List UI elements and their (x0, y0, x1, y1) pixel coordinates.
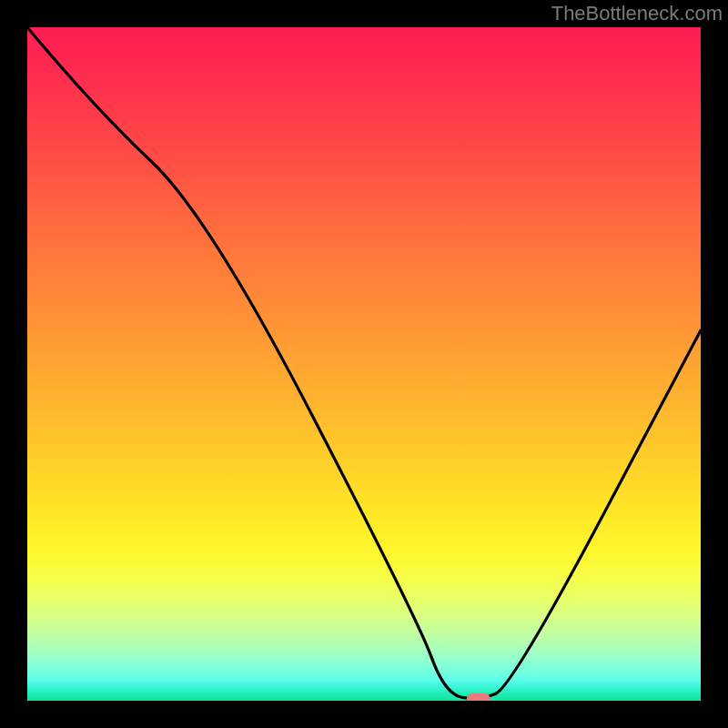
chart-overlay (27, 27, 701, 701)
optimum-marker (467, 693, 490, 701)
chart-frame: TheBottleneck.com (0, 0, 728, 728)
bottleneck-curve (27, 27, 701, 699)
watermark-text: TheBottleneck.com (551, 2, 723, 25)
plot-area (27, 27, 701, 701)
